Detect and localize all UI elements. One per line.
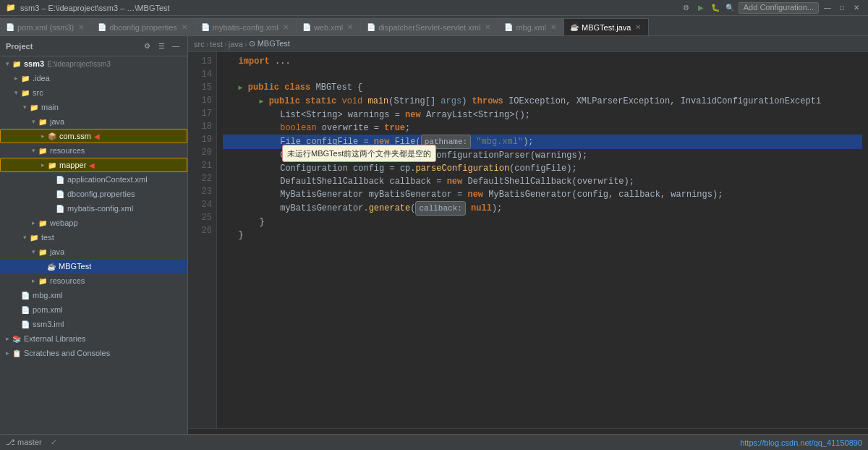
code-line-15: ▶ public static void main(String[] args)… [223, 95, 862, 109]
properties-icon: 📄 [98, 23, 106, 31]
tab-pom-xml[interactable]: 📄 pom.xml (ssm3) ✕ [0, 18, 92, 35]
sidebar-item-mapper[interactable]: ▸ 📁 mapper ◀ [0, 158, 187, 172]
code-line-21: DefaultShellCallback callback = new Defa… [223, 175, 862, 188]
sidebar-item-ssm3-root[interactable]: ▾ 📁 ssm3 E:\ideaproject\ssm3 [0, 56, 187, 71]
close-icon[interactable]: ✕ [851, 2, 862, 14]
sidebar-item-mbg-xml[interactable]: ▸ 📄 mbg.xml [0, 288, 187, 302]
sidebar-item-mbgtest[interactable]: ▸ ☕ MBGTest [0, 259, 187, 273]
sidebar-item-idea[interactable]: ▸ 📁 .idea [0, 71, 187, 85]
add-config-button[interactable]: Add Configuration... [739, 2, 819, 14]
sidebar: Project ⚙ ☰ — ▾ 📁 ssm3 E:\ideaproject\ss… [0, 36, 188, 434]
sidebar-header: Project ⚙ ☰ — [0, 36, 187, 56]
maximize-icon[interactable]: □ [836, 2, 848, 14]
line-numbers: 13 14 15 16 17 18 19 20 21 22 23 24 25 2… [188, 52, 217, 428]
main-area: Project ⚙ ☰ — ▾ 📁 ssm3 E:\ideaproject\ss… [0, 36, 868, 434]
git-branch[interactable]: ⎇ master [6, 438, 42, 447]
close-tab-dbconfig[interactable]: ✕ [180, 23, 189, 31]
code-line-import: import ... [223, 55, 862, 68]
title-bar: 📁 ssm3 – E:\ideaproject\ssm3 – …\MBGTest… [0, 0, 868, 16]
breadcrumb-src[interactable]: src [194, 40, 205, 48]
code-content[interactable]: 未运行MBGTest前这两个文件夹都是空的 import ... ▶ publi… [217, 52, 868, 428]
sidebar-item-com-ssm[interactable]: ▸ 📦 com.ssm ◀ [0, 129, 187, 143]
xml-icon2: 📄 [201, 23, 210, 31]
code-line-24: } [223, 216, 862, 229]
title-bar-path: ssm3 – E:\ideaproject\ssm3 – …\MBGTest [20, 4, 170, 12]
sidebar-item-resources-main[interactable]: ▾ 📁 resources [0, 143, 187, 158]
tab-mbgtest-java[interactable]: ☕ MBGTest.java ✕ [564, 18, 649, 35]
xml-icon4: 📄 [367, 23, 375, 31]
code-area: 13 14 15 16 17 18 19 20 21 22 23 24 25 2… [188, 52, 868, 428]
sidebar-item-main-java[interactable]: ▾ 📁 java [0, 114, 187, 129]
sidebar-tree: ▾ 📁 ssm3 E:\ideaproject\ssm3 ▸ 📁 .idea ▾… [0, 56, 187, 434]
sidebar-item-pom-xml[interactable]: ▸ 📄 pom.xml [0, 302, 187, 317]
minimize-icon[interactable]: — [822, 2, 833, 14]
sidebar-item-test[interactable]: ▾ 📁 test [0, 230, 187, 245]
sidebar-item-mybatis-config[interactable]: ▸ 📄 mybatis-config.xml [0, 201, 187, 216]
tab-mbg-xml[interactable]: 📄 mbg.xml ✕ [498, 18, 564, 35]
sidebar-item-main[interactable]: ▾ 📁 main [0, 100, 187, 114]
xml-icon5: 📄 [504, 23, 513, 31]
close-tab-web[interactable]: ✕ [346, 23, 354, 31]
status-bar: ⎇ master ✓ https://blog.csdn.net/qq_4115… [0, 434, 868, 450]
tab-dbconfig[interactable]: 📄 dbconfig.properties ✕ [92, 18, 195, 35]
tooltip-balloon: 未运行MBGTest前这两个文件夹都是空的 [282, 145, 436, 162]
tab-mybatis-config[interactable]: 📄 mybatis-config.xml ✕ [195, 18, 297, 35]
breadcrumb: src › test › java › ⊙ MBGTest [188, 36, 868, 52]
code-line-17: boolean overwrite = true; [223, 122, 862, 135]
debug-icon[interactable]: 🐛 [710, 2, 721, 14]
gear-icon[interactable]: ⚙ [681, 2, 692, 14]
code-line-26 [223, 242, 862, 255]
code-line-13 [223, 68, 862, 81]
sidebar-item-dbconfig[interactable]: ▸ 📄 dbconfig.properties [0, 187, 187, 201]
sidebar-header-icons: ⚙ ☰ — [141, 41, 182, 52]
java-icon: ☕ [570, 23, 579, 31]
sidebar-item-ssm3-iml[interactable]: ▸ 📄 ssm3.iml [0, 317, 187, 331]
collapse-icon[interactable]: — [170, 41, 182, 52]
sidebar-item-external-libs[interactable]: ▸ 📚 External Libraries [0, 331, 187, 346]
breadcrumb-java[interactable]: java [229, 40, 243, 48]
run-icon[interactable]: ▶ [695, 2, 707, 14]
tab-dispatcher[interactable]: 📄 dispatcherServlet-servlet.xml ✕ [361, 18, 498, 35]
xml-icon3: 📄 [302, 23, 311, 31]
xml-icon: 📄 [6, 23, 14, 31]
breadcrumb-test[interactable]: test [210, 40, 223, 48]
code-line-16: List<String> warnings = new ArrayList<St… [223, 109, 862, 122]
close-tab-mybatis[interactable]: ✕ [281, 23, 290, 31]
code-line-14: ▶ public class MBGTest { [223, 81, 862, 95]
status-messages: ✓ [51, 438, 57, 447]
code-line-25: } [223, 229, 862, 242]
tab-bar: 📄 pom.xml (ssm3) ✕ 📄 dbconfig.properties… [0, 16, 868, 36]
gear-sidebar-icon[interactable]: ☰ [156, 41, 167, 52]
sidebar-item-resources-test[interactable]: ▸ 📁 resources [0, 273, 187, 288]
sidebar-item-test-java[interactable]: ▾ 📁 java [0, 245, 187, 259]
tab-web-xml[interactable]: 📄 web.xml ✕ [297, 18, 361, 35]
close-tab-dispatcher[interactable]: ✕ [483, 23, 492, 31]
settings-layout-icon[interactable]: ⚙ [141, 41, 153, 52]
search-icon[interactable]: 🔍 [724, 2, 736, 14]
csdn-link[interactable]: https://blog.csdn.net/qq_41150890 [740, 438, 862, 447]
breadcrumb-mbgtest[interactable]: ⊙ MBGTest [249, 39, 290, 48]
sidebar-item-webapp[interactable]: ▸ 📁 webapp [0, 216, 187, 230]
code-line-23: myBatisGenerator.generate(callback: null… [223, 201, 862, 216]
code-line-22: MyBatisGenerator myBatisGenerator = new … [223, 188, 862, 201]
close-tab-mbg[interactable]: ✕ [549, 23, 558, 31]
code-editor: src › test › java › ⊙ MBGTest 13 14 15 1… [188, 36, 868, 434]
code-line-20: Configuration config = cp.parseConfigura… [223, 162, 862, 175]
close-tab-pom[interactable]: ✕ [77, 23, 85, 31]
project-label: Project [6, 42, 33, 51]
project-icon: 📁 [6, 3, 16, 12]
sidebar-item-src[interactable]: ▾ 📁 src [0, 85, 187, 100]
sidebar-item-app-context[interactable]: ▸ 📄 applicationContext.xml [0, 172, 187, 187]
title-bar-icons: ⚙ ▶ 🐛 🔍 Add Configuration... — □ ✕ [681, 2, 862, 14]
sidebar-item-scratches[interactable]: ▸ 📋 Scratches and Consoles [0, 346, 187, 360]
close-tab-mbgtest[interactable]: ✕ [634, 23, 642, 31]
